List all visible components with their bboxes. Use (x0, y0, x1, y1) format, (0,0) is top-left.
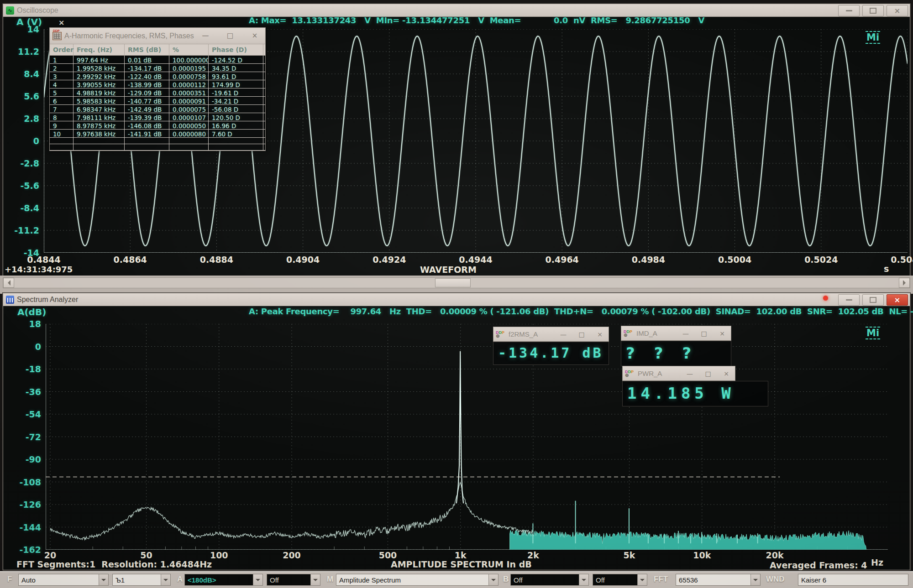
spectrum-minimize-button[interactable] (838, 294, 860, 306)
spectrum-close-button[interactable]: × (887, 294, 908, 306)
channel-a-label: A (177, 575, 183, 584)
harmonic-cell (73, 138, 125, 144)
spec-x-tick: 500 (370, 550, 406, 560)
scrollbar-thumb[interactable] (435, 278, 471, 287)
oscilloscope-app-icon: ∿ (6, 6, 14, 15)
harmonics-title: A-Harmonic Frequencies, RMS, Phases (64, 32, 194, 40)
ddp-minimize-button[interactable]: — (680, 330, 692, 337)
spec-y-tick: -144 (6, 522, 41, 532)
ddp-imd-titlebar[interactable]: DDP⊕ IMD_A — □ × (621, 326, 731, 341)
osc-y-tick: 5.6 (6, 91, 39, 101)
ddp-pwr-titlebar[interactable]: DDP⊕ PWR_A — □ × (622, 366, 735, 381)
harmonic-cell: -138.99 dB (125, 80, 169, 88)
dropdown-button[interactable] (310, 574, 320, 585)
spec-x-tick: 200 (273, 550, 310, 560)
harmonic-row: 98.97875 kHz-146.08 dB0.0000050 %16.96 D (50, 121, 265, 130)
harmonic-cell: 0.0000050 % (169, 121, 209, 129)
freq-mode-dropdown[interactable]: Auto (18, 574, 109, 586)
harmonic-cell: 7.60 D (209, 130, 263, 137)
dropdown-button[interactable] (161, 574, 170, 585)
trigger-marker-icon[interactable] (58, 18, 66, 26)
harmonic-cell: 0.0000758 % (169, 72, 209, 80)
spec-axis-label: A(dB) (17, 307, 46, 317)
spec-x-tick: 50 (128, 550, 165, 560)
trigger-dropdown[interactable]: Ъ1 (112, 574, 171, 586)
ddp-maximize-button[interactable]: □ (576, 331, 588, 338)
harmonic-cell: -146.08 dB (125, 121, 169, 129)
scroll-left-button[interactable] (3, 278, 14, 288)
harmonics-minimize-button[interactable]: — (199, 31, 212, 40)
harmonic-row: 65.98583 kHz-140.77 dB0.0000091 %-34.21 … (50, 97, 265, 105)
display-mode-dropdown[interactable]: Amplitude Spectrum (336, 574, 498, 586)
window-function-field[interactable]: Kaiser 6 (798, 574, 908, 586)
harmonic-cell: 0.0000091 % (169, 97, 209, 104)
harmonic-cell: 4 (50, 80, 73, 88)
channel-b-coupling-dropdown[interactable]: Off (593, 574, 647, 586)
harmonics-maximize-button[interactable]: □ (223, 31, 237, 40)
ddp-minimize-button[interactable]: — (684, 370, 696, 377)
harmonics-window: A-Harmonic Frequencies, RMS, Phases — □ … (49, 27, 266, 151)
maximize-icon (870, 297, 876, 303)
channel-a-range-dropdown[interactable]: <180dB> (184, 574, 263, 586)
osc-horizontal-scrollbar[interactable] (3, 277, 910, 288)
osc-x-tick: 0.4844 (23, 255, 64, 265)
ddp-close-button[interactable]: × (720, 370, 732, 377)
harmonic-cell: -129.09 dB (125, 88, 169, 96)
minimize-button[interactable] (838, 5, 860, 16)
dropdown-button[interactable] (488, 574, 498, 585)
harmonic-cell: 0.01 dB (125, 56, 169, 63)
osc-x-unit: s (884, 264, 889, 274)
harmonic-cell: -140.77 dB (125, 97, 169, 104)
ddp-maximize-button[interactable]: □ (702, 370, 714, 377)
ddp-minimize-button[interactable]: — (557, 331, 569, 338)
close-icon: × (894, 297, 900, 304)
spec-y-tick: 18 (6, 319, 41, 329)
spectrum-maximize-button[interactable] (862, 294, 884, 306)
mi-logo: Mi (866, 327, 880, 339)
channel-a-coupling-dropdown[interactable]: Off (267, 574, 320, 586)
maximize-button[interactable] (862, 5, 884, 16)
osc-x-tick: 0.5004 (714, 255, 756, 265)
harmonic-row: 1997.64 Hz0.01 dB100.0000000 ...-124.52 … (50, 56, 265, 64)
oscilloscope-titlebar[interactable]: ∿ Oscilloscope × (3, 4, 910, 17)
ddp-maximize-button[interactable]: □ (698, 330, 710, 337)
spec-y-tick: -72 (6, 432, 41, 442)
harmonic-empty-row (50, 144, 265, 151)
harmonic-row: 109.97638 kHz-141.91 dB0.0000080 %7.60 D (50, 130, 265, 138)
harmonic-cell: -141.91 dB (125, 130, 169, 137)
harmonics-close-button[interactable]: × (248, 31, 262, 40)
spectrum-app-icon (6, 296, 14, 304)
ddp-f2rms-titlebar[interactable]: DDP⊕ f2RMS_A — □ × (493, 327, 609, 342)
close-icon: × (894, 7, 900, 15)
dropdown-button[interactable] (253, 574, 262, 585)
spectrum-titlebar[interactable]: Spectrum Analyzer × (3, 293, 910, 306)
osc-y-tick: -5.6 (6, 181, 39, 191)
osc-x-tick: 0.4884 (196, 255, 237, 265)
harmonics-titlebar[interactable]: A-Harmonic Frequencies, RMS, Phases — □ … (50, 28, 265, 44)
harmonic-cell: -19.61 D (209, 88, 263, 96)
ddp-close-button[interactable]: × (594, 331, 606, 338)
display-mode-value: Amplitude Spectrum (336, 576, 488, 584)
osc-timestamp: +14:31:34:975 (5, 265, 73, 274)
channel-b-range-dropdown[interactable]: Off (510, 574, 589, 586)
dropdown-button[interactable] (99, 574, 108, 585)
window-function-value: Kaiser 6 (798, 576, 908, 584)
recording-indicator-dot (823, 296, 828, 301)
channel-b-range-value: Off (511, 576, 579, 584)
ddp-icon: DDP⊕ (625, 370, 635, 377)
dropdown-button[interactable] (637, 574, 647, 585)
harmonic-cell: 0.0000195 % (169, 64, 209, 72)
harmonics-column-header: Phase (D) (209, 44, 263, 55)
scroll-right-button[interactable] (899, 278, 910, 288)
ddp-close-button[interactable]: × (716, 330, 728, 337)
dropdown-button[interactable] (579, 574, 588, 585)
harmonic-cell: 8.97875 kHz (73, 121, 125, 129)
dropdown-button[interactable] (750, 574, 760, 585)
osc-x-tick: 0.4964 (541, 255, 582, 265)
close-button[interactable]: × (887, 5, 908, 16)
harmonic-cell: 16.96 D (209, 121, 263, 129)
fft-size-dropdown[interactable]: 65536 (676, 574, 761, 586)
harmonic-cell: 8 (50, 113, 73, 121)
harmonic-row: 32.99292 kHz-122.40 dB0.0000758 %93.61 D (50, 72, 265, 80)
osc-x-tick: 0.4904 (283, 255, 324, 265)
